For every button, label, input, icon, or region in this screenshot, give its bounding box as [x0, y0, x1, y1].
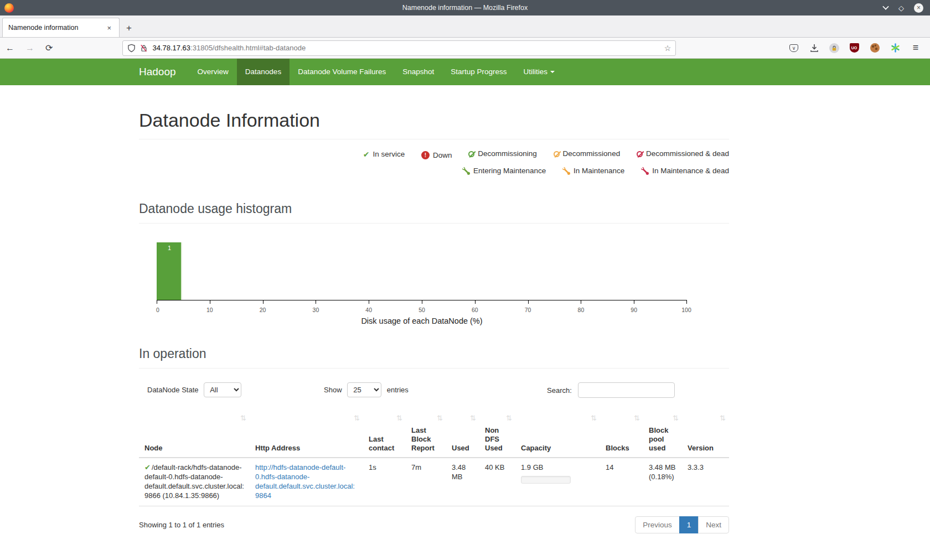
nav-item-datanode-volume-failures[interactable]: Datanode Volume Failures	[290, 59, 394, 85]
in-operation-heading: In operation	[139, 346, 729, 361]
sort-icon[interactable]: ⇅	[673, 414, 679, 423]
sort-icon[interactable]: ⇅	[437, 414, 443, 423]
datanode-state-select[interactable]: All	[204, 382, 241, 397]
tab-title: Namenode information	[8, 24, 105, 32]
tick-label: 20	[260, 307, 266, 313]
url-bar[interactable]: 34.78.17.63:31805/dfshealth.html#tab-dat…	[122, 40, 676, 56]
legend-in-service: ✔ In service	[363, 147, 405, 162]
colorful-extension-icon[interactable]	[890, 43, 901, 54]
pagination: Previous 1 Next	[636, 516, 729, 533]
legend-in-maintenance: In Maintenance	[562, 163, 624, 179]
cell-version: 3.3.3	[682, 458, 729, 506]
divider	[139, 368, 729, 369]
tab-close-icon[interactable]: ×	[105, 23, 113, 33]
nav-item-utilities[interactable]: Utilities	[515, 59, 564, 85]
col-node[interactable]: ⇅Node	[139, 412, 250, 458]
nav-item-snapshot[interactable]: Snapshot	[394, 59, 442, 85]
legend-entering-maintenance: Entering Maintenance	[462, 163, 546, 179]
tab-strip: Namenode information × +	[0, 15, 930, 38]
pagination-next[interactable]: Next	[698, 516, 729, 533]
col-last-block-report[interactable]: ⇅Last Block Report	[406, 412, 446, 458]
legend-in-maintenance-dead: In Maintenance & dead	[641, 163, 729, 179]
col-non-dfs-used[interactable]: ⇅Non DFS Used	[479, 412, 515, 458]
nav-item-overview[interactable]: Overview	[189, 59, 237, 85]
url-path: :31805/dfshealth.html#tab-datanode	[190, 44, 306, 52]
cell-block-pool-used: 3.48 MB (0.18%)	[643, 458, 682, 506]
col-blocks[interactable]: ⇅Blocks	[600, 412, 643, 458]
shield-icon[interactable]	[127, 44, 136, 53]
datanode-state-label: DataNode State	[147, 386, 199, 394]
window-titlebar: Namenode information — Mozilla Firefox ◇…	[0, 0, 930, 15]
cell-last-contact: 1s	[363, 458, 406, 506]
x-axis-title: Disk usage of each DataNode (%)	[157, 317, 687, 325]
hamburger-menu-icon[interactable]: ≡	[910, 43, 921, 54]
caret-down-icon	[550, 71, 555, 73]
show-label: Show	[324, 386, 342, 394]
cell-non-dfs-used: 40 KB	[479, 458, 515, 506]
extension-lock-icon[interactable]	[829, 43, 839, 53]
table-controls: DataNode State All Show 25 entries Searc…	[139, 381, 729, 397]
sort-icon[interactable]: ⇅	[354, 414, 360, 423]
cell-node: ✔/default-rack/hdfs-datanode-default-0.h…	[139, 458, 250, 506]
cell-capacity: 1.9 GB	[515, 458, 600, 506]
show-entries-select[interactable]: 25	[347, 382, 381, 397]
tick-label: 90	[631, 307, 637, 313]
bookmark-star-icon[interactable]: ☆	[664, 44, 671, 53]
col-block-pool-used[interactable]: ⇅Block pool used	[643, 412, 682, 458]
histogram-bar: 1	[157, 242, 182, 300]
col-http-address[interactable]: ⇅Http Address	[250, 412, 363, 458]
col-used[interactable]: ⇅Used	[446, 412, 479, 458]
window-title: Namenode information — Mozilla Firefox	[0, 4, 930, 12]
divider	[139, 223, 729, 224]
search-input[interactable]	[578, 382, 675, 398]
nav-item-datanodes[interactable]: Datanodes	[237, 59, 290, 85]
tick-label: 0	[156, 307, 159, 313]
url-host: 34.78.17.63	[152, 44, 190, 52]
cookie-extension-icon[interactable]	[869, 43, 880, 54]
exclamation-circle-icon: !	[421, 151, 430, 159]
navbar-brand[interactable]: Hadoop	[139, 59, 189, 85]
tab-namenode-information[interactable]: Namenode information ×	[2, 18, 120, 37]
tick-label: 50	[418, 307, 425, 313]
new-tab-button[interactable]: +	[120, 23, 138, 37]
legend-down: ! Down	[421, 148, 452, 163]
entries-label: entries	[387, 386, 409, 394]
sort-icon[interactable]: ⇅	[396, 414, 402, 423]
sort-icon[interactable]: ⇅	[240, 414, 246, 423]
tick-label: 60	[472, 307, 478, 313]
pagination-page-1[interactable]: 1	[679, 516, 699, 533]
ublock-origin-icon[interactable]: UO	[849, 43, 860, 54]
cell-blocks: 14	[600, 458, 643, 506]
bar-count-label: 1	[157, 245, 182, 251]
sort-icon[interactable]: ⇅	[506, 414, 512, 423]
col-version[interactable]: ⇅Version	[682, 412, 729, 458]
pocket-icon[interactable]: ∨	[788, 43, 799, 54]
back-icon[interactable]: ←	[0, 41, 20, 55]
insecure-lock-icon[interactable]	[140, 44, 148, 53]
sort-icon[interactable]: ⇅	[634, 414, 640, 423]
close-window-icon[interactable]: ×	[914, 3, 923, 13]
maximize-icon[interactable]: ◇	[898, 4, 904, 12]
nav-item-startup-progress[interactable]: Startup Progress	[442, 59, 515, 85]
wrench-icon	[462, 167, 470, 175]
search-label: Search:	[547, 386, 572, 394]
wrench-icon	[641, 167, 649, 175]
legend-decommissioning: Decommissioning	[468, 146, 537, 162]
minimize-icon[interactable]	[882, 3, 888, 9]
sort-icon[interactable]: ⇅	[470, 414, 476, 423]
sort-icon[interactable]: ⇅	[591, 414, 597, 423]
forward-icon[interactable]: →	[20, 41, 40, 55]
node-state-legend: ✔ In service ! Down Decommissioning Deco…	[139, 146, 729, 180]
reload-icon[interactable]: ⟳	[40, 40, 58, 55]
datanode-http-link[interactable]: http://hdfs-datanode-default-0.hdfs-data…	[255, 463, 355, 500]
entries-summary: Showing 1 to 1 of 1 entries	[139, 521, 224, 529]
table-row: ✔/default-rack/hdfs-datanode-default-0.h…	[139, 458, 729, 506]
url-text: 34.78.17.63:31805/dfshealth.html#tab-dat…	[152, 44, 664, 52]
pagination-previous[interactable]: Previous	[635, 516, 680, 533]
capacity-progress-bar	[521, 476, 571, 484]
sort-icon[interactable]: ⇅	[720, 414, 726, 423]
download-icon[interactable]	[809, 43, 820, 54]
col-capacity[interactable]: ⇅Capacity	[515, 412, 600, 458]
nav-toolbar: ← → ⟳ 34.78.17.63:31805/dfshealth.html#t…	[0, 38, 930, 59]
col-last-contact[interactable]: ⇅Last contact	[363, 412, 406, 458]
